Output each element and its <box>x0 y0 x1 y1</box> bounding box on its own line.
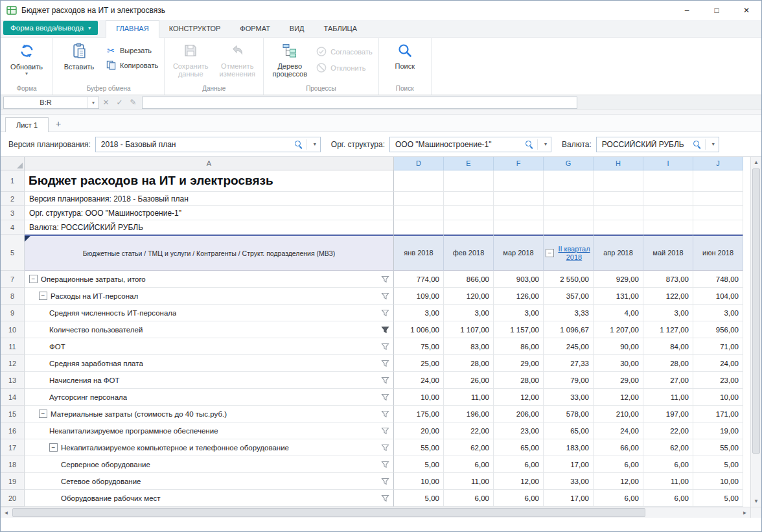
horizontal-scroll-thumb[interactable] <box>12 508 645 517</box>
chevron-down-icon[interactable]: ▾ <box>310 141 320 147</box>
vertical-scroll-thumb[interactable] <box>752 168 760 454</box>
ribbon-tab-3[interactable]: ФОРМАТ <box>230 21 280 37</box>
ribbon-tab-4[interactable]: ВИД <box>280 21 314 37</box>
row-number[interactable]: 7 <box>1 271 25 288</box>
data-cell[interactable]: 10,00 <box>693 473 743 490</box>
empty-cell[interactable] <box>494 192 544 206</box>
data-cell[interactable]: 11,00 <box>643 389 693 406</box>
ribbon-tab-2[interactable]: КОНСТРУКТОР <box>159 21 231 37</box>
data-cell[interactable]: 5,00 <box>394 456 444 473</box>
data-cell[interactable]: 3,00 <box>444 305 494 321</box>
copy-button[interactable]: Копировать <box>102 60 161 71</box>
chevron-down-icon[interactable]: ▾ <box>540 141 551 147</box>
data-cell[interactable]: 3,00 <box>643 305 693 321</box>
data-cell[interactable]: 11,00 <box>444 473 494 490</box>
collapse-icon[interactable]: − <box>39 410 47 418</box>
filter-funnel-icon[interactable] <box>381 326 389 334</box>
collapse-icon[interactable]: − <box>39 292 47 300</box>
month-header[interactable]: −II квартал 2018 <box>544 235 594 271</box>
empty-cell[interactable] <box>494 170 544 192</box>
column-header-I[interactable]: I <box>643 157 693 170</box>
row-label-cell[interactable]: Количество пользователей <box>25 321 394 338</box>
empty-cell[interactable] <box>594 220 643 235</box>
data-cell[interactable]: 4,00 <box>594 305 643 321</box>
row-label-cell[interactable]: Оборудование рабочих мест <box>25 490 394 507</box>
edit-formula-icon[interactable]: ✎ <box>126 98 140 107</box>
filter-funnel-icon[interactable] <box>381 427 389 435</box>
data-cell[interactable]: 11,00 <box>643 473 693 490</box>
data-cell[interactable]: 3,00 <box>494 305 544 321</box>
data-cell[interactable]: 29,00 <box>494 355 544 372</box>
row-number[interactable]: 17 <box>1 439 25 456</box>
data-cell[interactable]: 3,00 <box>394 305 444 321</box>
month-header[interactable]: мар 2018 <box>494 235 544 271</box>
filter-funnel-icon[interactable] <box>381 478 389 485</box>
row-number[interactable]: 1 <box>1 170 25 192</box>
data-cell[interactable]: 104,00 <box>693 288 743 305</box>
collapse-icon[interactable]: − <box>29 275 38 283</box>
search-button[interactable]: Поиск <box>382 40 428 70</box>
data-cell[interactable]: 62,00 <box>643 439 693 456</box>
data-cell[interactable]: 27,33 <box>544 355 594 372</box>
empty-cell[interactable] <box>693 220 743 235</box>
empty-cell[interactable] <box>544 170 594 192</box>
refresh-button[interactable]: Обновить ▾ <box>3 40 50 76</box>
data-cell[interactable]: 1 107,00 <box>444 321 494 338</box>
undo-changes-button[interactable]: Отменить изменения <box>214 40 260 78</box>
data-cell[interactable]: 171,00 <box>693 406 743 422</box>
data-cell[interactable]: 17,00 <box>544 456 594 473</box>
horizontal-scrollbar[interactable]: ◄ ► <box>1 507 761 518</box>
row-number[interactable]: 13 <box>1 372 25 389</box>
row-label-cell[interactable]: −Расходы на ИТ-персонал <box>25 288 394 305</box>
select-all-corner[interactable] <box>1 157 25 170</box>
empty-cell[interactable] <box>494 206 544 220</box>
data-cell[interactable]: 929,00 <box>594 271 643 288</box>
data-cell[interactable]: 1 207,00 <box>594 321 643 338</box>
vertical-scrollbar[interactable]: ▲ ▼ <box>750 157 761 507</box>
row-number[interactable]: 5 <box>1 235 25 271</box>
data-cell[interactable]: 20,00 <box>394 422 444 439</box>
row-label-cell[interactable]: −Операционные затраты, итого <box>25 271 394 288</box>
data-cell[interactable]: 24,00 <box>394 372 444 389</box>
search-icon[interactable] <box>693 140 701 148</box>
filter-funnel-icon[interactable] <box>381 494 389 502</box>
empty-cell[interactable] <box>444 170 494 192</box>
data-cell[interactable]: 24,00 <box>594 422 643 439</box>
row-number[interactable]: 8 <box>1 288 25 305</box>
row-label-cell[interactable]: Начисления на ФОТ <box>25 372 394 389</box>
ribbon-tab-1[interactable]: ГЛАВНАЯ <box>106 20 159 38</box>
data-cell[interactable]: 197,00 <box>643 406 693 422</box>
data-cell[interactable]: 206,00 <box>494 406 544 422</box>
empty-cell[interactable] <box>643 192 693 206</box>
process-tree-button[interactable]: Дерево процессов <box>266 40 313 78</box>
info-text-cell[interactable]: Валюта: РОССИЙСКИЙ РУБЛЬ <box>25 220 394 235</box>
data-cell[interactable]: 6,00 <box>594 490 643 507</box>
data-cell[interactable]: 210,00 <box>594 406 643 422</box>
scroll-left-icon[interactable]: ◄ <box>1 507 12 518</box>
chevron-down-icon[interactable]: ▾ <box>708 141 719 147</box>
data-cell[interactable]: 3,00 <box>693 305 743 321</box>
column-header-F[interactable]: F <box>494 157 544 170</box>
data-cell[interactable]: 79,00 <box>544 372 594 389</box>
data-cell[interactable]: 5,00 <box>394 490 444 507</box>
data-cell[interactable]: 22,00 <box>444 422 494 439</box>
currency-combo[interactable]: РОССИЙСКИЙ РУБЛЬ ▾ <box>596 137 719 152</box>
data-cell[interactable]: 956,00 <box>693 321 743 338</box>
data-cell[interactable]: 71,00 <box>693 338 743 355</box>
empty-cell[interactable] <box>544 206 594 220</box>
row-label-cell[interactable]: Средняя численность ИТ-персонала <box>25 305 394 321</box>
row-number[interactable]: 12 <box>1 355 25 372</box>
data-cell[interactable]: 28,00 <box>494 372 544 389</box>
filter-funnel-icon[interactable] <box>381 461 389 468</box>
empty-cell[interactable] <box>394 220 444 235</box>
sheet-tab[interactable]: Лист 1 <box>5 117 49 132</box>
data-cell[interactable]: 75,00 <box>394 338 444 355</box>
vertical-scroll-track[interactable] <box>751 168 761 496</box>
row-number[interactable]: 2 <box>1 192 25 206</box>
data-cell[interactable]: 28,00 <box>444 355 494 372</box>
month-header[interactable]: май 2018 <box>643 235 693 271</box>
month-header[interactable]: янв 2018 <box>394 235 444 271</box>
filter-funnel-icon[interactable] <box>381 444 389 452</box>
data-cell[interactable]: 62,00 <box>444 439 494 456</box>
data-cell[interactable]: 84,00 <box>643 338 693 355</box>
